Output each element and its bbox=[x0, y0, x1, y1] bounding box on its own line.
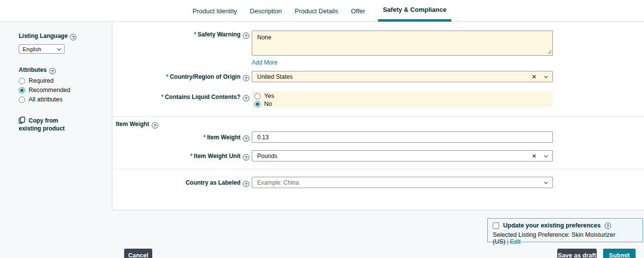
help-icon[interactable]: ? bbox=[243, 32, 249, 39]
listing-language-label-text: Listing Language bbox=[19, 32, 68, 39]
radio-label: Yes bbox=[264, 93, 274, 99]
item-weight-input[interactable] bbox=[252, 131, 553, 143]
tab-bar: Product Identity Description Product Det… bbox=[0, 0, 644, 22]
contains-liquid-field bbox=[252, 91, 553, 108]
radio-selected-icon[interactable] bbox=[254, 101, 261, 107]
cancel-button[interactable]: Cancel bbox=[124, 249, 152, 258]
required-asterisk: * bbox=[166, 73, 169, 80]
section-divider bbox=[112, 169, 644, 169]
help-icon[interactable]: ? bbox=[243, 135, 249, 142]
radio-label: Required bbox=[29, 77, 54, 84]
clear-icon[interactable]: ✕ bbox=[532, 74, 537, 80]
safety-warning-field: None bbox=[252, 31, 553, 56]
copy-from-existing-label: Copy from existing product bbox=[19, 117, 65, 132]
help-icon[interactable]: ? bbox=[243, 154, 249, 161]
attributes-label-text: Attributes bbox=[19, 66, 47, 73]
save-as-draft-button[interactable]: Save as draft bbox=[557, 249, 597, 258]
help-icon[interactable]: ? bbox=[243, 181, 249, 187]
country-of-origin-label: *Country/Region of Origin? bbox=[112, 73, 249, 81]
add-more-link[interactable]: Add More bbox=[252, 59, 277, 66]
label-text: Safety Warning bbox=[198, 31, 240, 38]
listing-language-value: English bbox=[23, 46, 41, 52]
help-icon[interactable]: ? bbox=[70, 34, 76, 40]
radio-label: Recommended bbox=[29, 87, 70, 94]
radio-unselected-icon[interactable] bbox=[19, 97, 25, 103]
contains-liquid-option-yes[interactable]: Yes bbox=[254, 93, 274, 99]
country-as-labeled-select[interactable]: Example: China bbox=[252, 177, 553, 188]
radio-label: All attributes bbox=[29, 96, 63, 103]
attributes-label: Attributes? bbox=[19, 66, 56, 74]
chevron-down-icon bbox=[544, 153, 548, 157]
select-value: United States bbox=[257, 73, 293, 80]
safety-warning-textarea[interactable]: None bbox=[252, 31, 553, 56]
label-text: Item Weight bbox=[207, 134, 240, 141]
tab-description[interactable]: Description bbox=[250, 0, 282, 22]
attribute-option-required[interactable]: Required bbox=[19, 77, 54, 84]
country-of-origin-select[interactable]: United States ✕ bbox=[252, 71, 553, 82]
item-weight-unit-label: *Item Weight Unit? bbox=[112, 153, 249, 161]
section-divider bbox=[112, 116, 644, 117]
required-asterisk: * bbox=[161, 94, 164, 100]
help-icon[interactable]: ? bbox=[152, 122, 158, 129]
chevron-down-icon bbox=[57, 46, 61, 50]
help-icon[interactable]: ? bbox=[243, 75, 249, 81]
copy-icon bbox=[19, 117, 25, 124]
radio-unselected-icon[interactable] bbox=[19, 78, 25, 84]
contains-liquid-option-no[interactable]: No bbox=[254, 100, 272, 107]
radio-unselected-icon[interactable] bbox=[254, 93, 261, 99]
chevron-down-icon bbox=[544, 180, 548, 184]
label-text: Country as Labeled bbox=[186, 179, 240, 186]
clear-icon[interactable]: ✕ bbox=[532, 153, 537, 159]
tab-offer[interactable]: Offer bbox=[351, 0, 365, 22]
attribute-option-recommended[interactable]: Recommended bbox=[19, 87, 70, 94]
submit-button[interactable]: Submit bbox=[603, 249, 636, 258]
section-label-text: Item Weight bbox=[116, 121, 149, 128]
tab-safety-compliance[interactable]: Safety & Compliance bbox=[378, 0, 451, 22]
edit-preference-link[interactable]: Edit bbox=[510, 238, 521, 245]
safety-warning-label: *Safety Warning? bbox=[112, 31, 249, 39]
update-preferences-box: Update your existing preferences ? Selec… bbox=[487, 218, 643, 242]
help-icon[interactable]: ? bbox=[605, 223, 611, 229]
radio-selected-icon[interactable] bbox=[19, 87, 25, 94]
update-preferences-checkbox[interactable] bbox=[493, 223, 499, 229]
update-preferences-label: Update your existing preferences bbox=[503, 222, 601, 229]
contains-liquid-label: *Contains Liquid Contents?? bbox=[112, 94, 249, 101]
select-value: Pounds bbox=[257, 153, 277, 160]
required-asterisk: * bbox=[190, 153, 193, 160]
help-icon[interactable]: ? bbox=[243, 95, 249, 101]
tab-product-details[interactable]: Product Details bbox=[295, 0, 338, 22]
item-weight-label: *Item Weight? bbox=[112, 134, 249, 142]
label-text: Contains Liquid Contents? bbox=[165, 94, 240, 100]
label-text: Country/Region of Origin bbox=[170, 73, 240, 80]
required-asterisk: * bbox=[194, 31, 196, 38]
item-weight-unit-select[interactable]: Pounds ✕ bbox=[252, 150, 553, 161]
listing-language-select[interactable]: English bbox=[19, 44, 65, 54]
attribute-option-all[interactable]: All attributes bbox=[19, 96, 63, 103]
chevron-down-icon bbox=[544, 74, 548, 78]
listing-language-label: Listing Language? bbox=[19, 32, 76, 40]
required-asterisk: * bbox=[203, 134, 206, 141]
copy-from-existing-product-button[interactable]: Copy from existing product bbox=[19, 117, 82, 132]
country-as-labeled-label: Country as Labeled? bbox=[112, 179, 249, 187]
separator: | bbox=[507, 238, 508, 245]
select-placeholder: Example: China bbox=[257, 179, 299, 186]
label-text: Item Weight Unit bbox=[194, 153, 240, 160]
tab-product-identity[interactable]: Product Identity bbox=[193, 0, 237, 22]
radio-label: No bbox=[264, 100, 272, 107]
item-weight-section-label: Item Weight? bbox=[116, 121, 158, 129]
help-icon[interactable]: ? bbox=[49, 68, 56, 74]
